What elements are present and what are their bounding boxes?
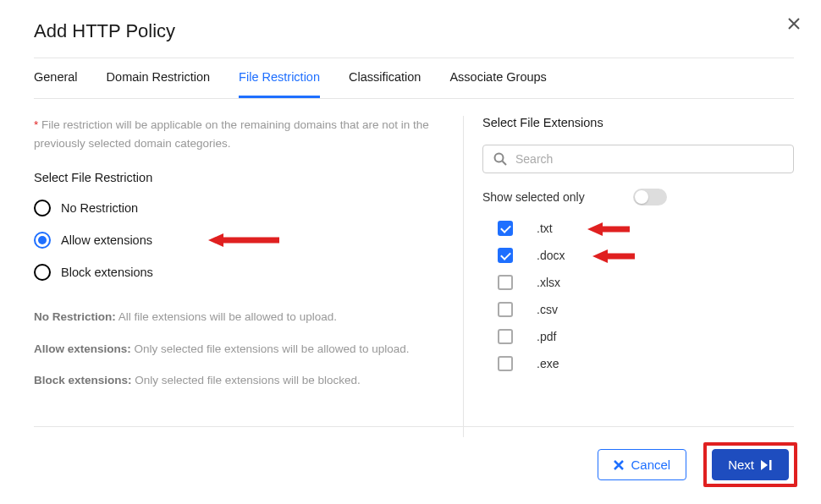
annotation-highlight: Next — [703, 442, 797, 487]
extension-item-csv[interactable]: .csv — [498, 302, 794, 317]
tab-general[interactable]: General — [34, 58, 78, 98]
checkbox-icon — [498, 356, 513, 371]
extension-item-txt[interactable]: .txt — [498, 221, 794, 236]
tab-classification[interactable]: Classification — [349, 58, 421, 98]
extension-list: .txt .docx .xlsx — [482, 221, 794, 371]
radio-icon — [34, 232, 51, 249]
tab-domain-restriction[interactable]: Domain Restriction — [107, 58, 211, 98]
extension-label: .csv — [537, 303, 558, 316]
search-icon — [493, 152, 507, 166]
radio-label: No Restriction — [61, 201, 138, 215]
radio-icon — [34, 200, 51, 216]
next-button[interactable]: Next — [712, 449, 789, 480]
radio-label: Block extensions — [61, 266, 153, 279]
svg-marker-5 — [587, 222, 603, 236]
next-label: Next — [728, 457, 754, 472]
select-file-restriction-label: Select File Restriction — [34, 171, 443, 184]
search-box[interactable] — [482, 145, 794, 173]
radio-block-extensions[interactable]: Block extensions — [34, 264, 443, 281]
footer-divider — [34, 426, 794, 427]
svg-marker-7 — [592, 249, 608, 263]
radio-label: Allow extensions — [61, 233, 152, 247]
extension-label: .docx — [537, 249, 565, 262]
svg-marker-1 — [208, 233, 223, 247]
extension-item-exe[interactable]: .exe — [498, 356, 794, 371]
extension-item-pdf[interactable]: .pdf — [498, 329, 794, 344]
cancel-button[interactable]: Cancel — [598, 449, 686, 480]
asterisk-icon: * — [34, 118, 41, 131]
extension-label: .pdf — [537, 330, 556, 343]
annotation-arrow-icon — [208, 233, 279, 247]
svg-rect-9 — [769, 460, 772, 470]
tabs: General Domain Restriction File Restrict… — [34, 58, 794, 99]
radio-icon — [34, 264, 51, 281]
page-title: Add HTTP Policy — [34, 20, 175, 42]
close-icon[interactable] — [787, 17, 801, 35]
annotation-arrow-icon — [592, 249, 635, 263]
checkbox-icon — [498, 302, 513, 317]
checkbox-icon — [498, 248, 513, 263]
select-file-extensions-label: Select File Extensions — [482, 116, 794, 129]
svg-point-2 — [495, 154, 504, 162]
extension-item-docx[interactable]: .docx — [498, 248, 794, 263]
extension-label: .exe — [537, 357, 559, 370]
cancel-label: Cancel — [631, 457, 670, 472]
show-selected-only-toggle[interactable] — [633, 189, 667, 205]
file-restriction-radio-group: No Restriction Allow extensions Block ex… — [34, 200, 443, 281]
radio-allow-extensions[interactable]: Allow extensions — [34, 232, 443, 249]
tab-file-restriction[interactable]: File Restriction — [239, 58, 320, 98]
checkbox-icon — [498, 221, 513, 236]
help-text: No Restriction: All file extensions will… — [34, 308, 443, 390]
radio-no-restriction[interactable]: No Restriction — [34, 200, 443, 216]
svg-line-3 — [503, 162, 507, 166]
svg-marker-8 — [761, 460, 768, 470]
show-selected-only-label: Show selected only — [482, 190, 585, 204]
restriction-note: * File restriction will be applicable on… — [34, 116, 443, 152]
search-input[interactable] — [515, 152, 783, 166]
checkbox-icon — [498, 275, 513, 290]
annotation-arrow-icon — [587, 222, 630, 236]
x-icon — [614, 460, 624, 470]
skip-next-icon — [761, 460, 773, 470]
extension-label: .xlsx — [537, 276, 560, 289]
tab-associate-groups[interactable]: Associate Groups — [449, 58, 546, 98]
extension-item-xlsx[interactable]: .xlsx — [498, 275, 794, 290]
extension-label: .txt — [537, 222, 553, 235]
checkbox-icon — [498, 329, 513, 344]
